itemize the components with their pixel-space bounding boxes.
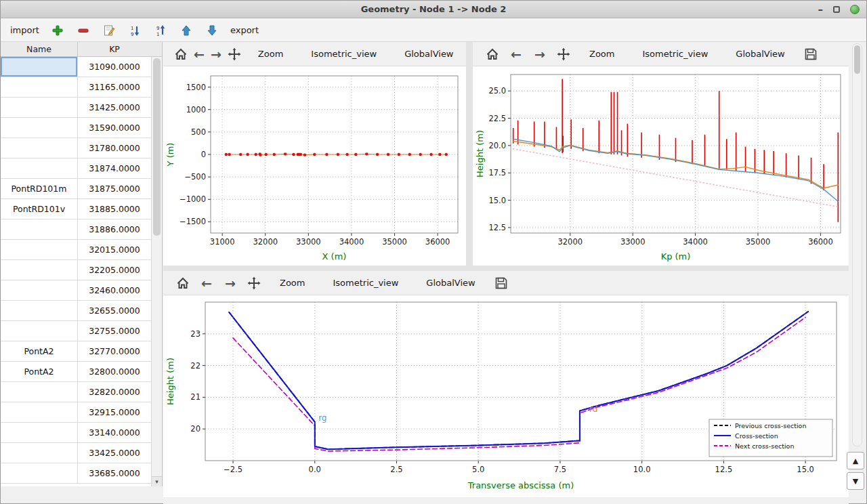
- row-name-cell[interactable]: [1, 57, 78, 77]
- table-row[interactable]: PontA232800.0000: [1, 362, 162, 382]
- row-name-cell[interactable]: [1, 463, 78, 483]
- table-scroll-down-button[interactable]: ▾: [152, 476, 162, 486]
- table-row[interactable]: PontRD101v31885.0000: [1, 199, 162, 219]
- zoom-button[interactable]: Zoom: [584, 45, 620, 64]
- isometric-view-button[interactable]: Isometric_view: [305, 45, 382, 64]
- cross-section-plot-canvas[interactable]: −2.50.02.55.07.510.012.515.020212223rgrd…: [163, 295, 849, 497]
- row-kp-cell[interactable]: 31885.0000: [78, 199, 151, 219]
- row-kp-cell[interactable]: 32205.0000: [78, 260, 151, 280]
- table-row[interactable]: 31780.0000: [1, 138, 162, 159]
- row-name-cell[interactable]: [1, 301, 78, 320]
- save-icon[interactable]: [802, 45, 820, 64]
- row-kp-cell[interactable]: 32915.0000: [78, 402, 151, 422]
- forward-icon[interactable]: →: [211, 45, 221, 64]
- row-kp-cell[interactable]: 32770.0000: [78, 341, 151, 361]
- table-row[interactable]: 31590.0000: [1, 118, 162, 138]
- horizontal-splitter[interactable]: [163, 266, 849, 271]
- row-kp-cell[interactable]: 31165.0000: [78, 77, 151, 97]
- row-name-cell[interactable]: PontA2: [1, 362, 78, 381]
- forward-icon[interactable]: →: [531, 45, 549, 64]
- row-name-cell[interactable]: [1, 280, 78, 300]
- table-row[interactable]: 32205.0000: [1, 260, 162, 280]
- back-icon[interactable]: ←: [198, 274, 215, 293]
- row-name-cell[interactable]: PontRD101m: [1, 179, 78, 198]
- home-icon[interactable]: [174, 45, 188, 64]
- import-button[interactable]: import: [10, 25, 39, 35]
- edit-row-button[interactable]: [102, 23, 117, 38]
- row-kp-cell[interactable]: 32015.0000: [78, 240, 151, 259]
- table-scrollbar[interactable]: ▾: [151, 57, 162, 486]
- titlebar[interactable]: Geometry - Node 1 -> Node 2 –: [1, 1, 866, 18]
- row-kp-cell[interactable]: 33140.0000: [78, 423, 151, 442]
- save-icon[interactable]: [492, 274, 510, 293]
- table-row[interactable]: 31090.0000: [1, 57, 162, 77]
- column-header-kp[interactable]: KP: [78, 42, 151, 56]
- row-name-cell[interactable]: [1, 321, 78, 341]
- row-name-cell[interactable]: [1, 423, 78, 442]
- row-kp-cell[interactable]: 31590.0000: [78, 118, 151, 138]
- table-row[interactable]: 31886.0000: [1, 219, 162, 240]
- row-name-cell[interactable]: [1, 77, 78, 97]
- table-row[interactable]: 31874.0000: [1, 159, 162, 179]
- remove-row-button[interactable]: [76, 23, 91, 38]
- column-header-name[interactable]: Name: [1, 42, 78, 56]
- pan-icon[interactable]: [555, 45, 572, 64]
- globalview-button[interactable]: GlobalView: [399, 45, 459, 64]
- trace-plot-canvas[interactable]: 310003200033000340003500036000−1500−1000…: [163, 66, 466, 268]
- globalview-button[interactable]: GlobalView: [730, 45, 790, 64]
- isometric-view-button[interactable]: Isometric_view: [327, 274, 404, 293]
- row-name-cell[interactable]: [1, 98, 78, 117]
- row-name-cell[interactable]: [1, 443, 78, 463]
- row-name-cell[interactable]: [1, 382, 78, 402]
- vertical-splitter[interactable]: [466, 42, 473, 266]
- add-row-button[interactable]: [50, 23, 65, 38]
- table-row[interactable]: 33425.0000: [1, 443, 162, 463]
- row-kp-cell[interactable]: 32820.0000: [78, 382, 151, 402]
- close-button[interactable]: [850, 5, 860, 14]
- row-name-cell[interactable]: [1, 260, 78, 280]
- row-name-cell[interactable]: PontRD101v: [1, 199, 78, 219]
- globalview-button[interactable]: GlobalView: [421, 274, 480, 293]
- row-kp-cell[interactable]: 32655.0000: [78, 301, 151, 320]
- row-kp-cell[interactable]: 31090.0000: [78, 57, 151, 77]
- row-kp-cell[interactable]: 31780.0000: [78, 138, 151, 158]
- row-name-cell[interactable]: [1, 402, 78, 422]
- row-name-cell[interactable]: [1, 159, 78, 178]
- export-button[interactable]: export: [230, 25, 259, 35]
- row-kp-cell[interactable]: 33685.0000: [78, 463, 151, 483]
- minimize-button[interactable]: –: [818, 3, 824, 16]
- table-row[interactable]: 33685.0000: [1, 463, 162, 484]
- pan-icon[interactable]: [245, 274, 263, 293]
- window-scrollbar[interactable]: [852, 43, 862, 446]
- zoom-button[interactable]: Zoom: [274, 274, 310, 293]
- row-kp-cell[interactable]: 32460.0000: [78, 280, 151, 300]
- row-kp-cell[interactable]: 31886.0000: [78, 219, 151, 239]
- row-kp-cell[interactable]: 31425.0000: [78, 98, 151, 117]
- scroll-down-button[interactable]: ▼: [847, 472, 864, 490]
- move-down-button[interactable]: [205, 23, 219, 38]
- table-scrollbar-thumb[interactable]: [153, 58, 161, 236]
- home-icon[interactable]: [484, 45, 501, 64]
- table-row[interactable]: 32915.0000: [1, 402, 162, 423]
- forward-icon[interactable]: →: [221, 274, 239, 293]
- row-kp-cell[interactable]: 32800.0000: [78, 362, 151, 381]
- table-row[interactable]: 32655.0000: [1, 301, 162, 321]
- isometric-view-button[interactable]: Isometric_view: [637, 45, 713, 64]
- sort-descending-button[interactable]: 19: [127, 23, 142, 38]
- row-name-cell[interactable]: [1, 240, 78, 259]
- table-row[interactable]: PontRD101m31875.0000: [1, 179, 162, 199]
- row-kp-cell[interactable]: 32755.0000: [78, 321, 151, 341]
- maximize-button[interactable]: [833, 6, 840, 13]
- table-row[interactable]: PontA232770.0000: [1, 341, 162, 362]
- profile-plot-canvas[interactable]: 320003300034000350003600012.515.017.520.…: [473, 66, 849, 268]
- table-row[interactable]: 31165.0000: [1, 77, 162, 98]
- table-row[interactable]: 32015.0000: [1, 240, 162, 260]
- move-up-button[interactable]: [179, 23, 194, 38]
- sort-ascending-button[interactable]: 91: [153, 23, 168, 38]
- row-kp-cell[interactable]: 33425.0000: [78, 443, 151, 463]
- row-kp-cell[interactable]: 31874.0000: [78, 159, 151, 178]
- table-row[interactable]: 32755.0000: [1, 321, 162, 341]
- table-row[interactable]: 32460.0000: [1, 280, 162, 301]
- table-row[interactable]: 33140.0000: [1, 423, 162, 443]
- table-row[interactable]: 31425.0000: [1, 98, 162, 118]
